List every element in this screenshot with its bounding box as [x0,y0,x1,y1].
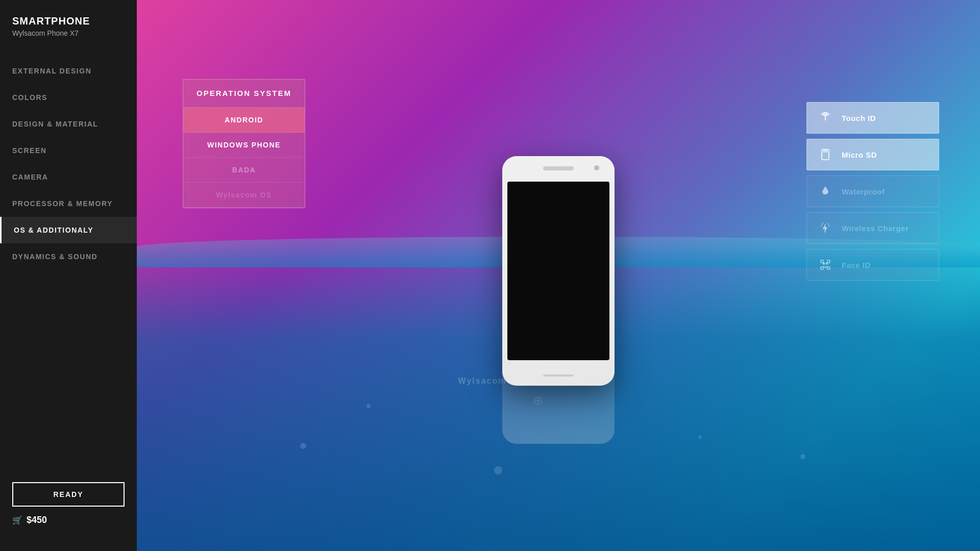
cart-icon: 🛒 [12,515,22,525]
face-scan-icon [817,257,834,273]
bubble [366,404,371,408]
feature-item-touch-id[interactable]: Touch ID [806,102,939,134]
phone-home-bar [543,374,574,377]
svg-rect-7 [827,267,830,269]
svg-rect-4 [821,260,823,263]
features-panel: Touch IDMicro SDWaterproofWireless Charg… [806,102,939,281]
os-option-bada[interactable]: BADA [183,158,305,183]
sidebar-item-os-additionaly[interactable]: OS & ADDITIONALY [0,217,137,243]
price-value: $450 [27,515,47,525]
price-row: 🛒 $450 [12,515,125,525]
os-option-wylsacom-os[interactable]: Wylsacom OS [183,183,305,208]
sidebar-item-screen[interactable]: SCREEN [0,137,137,164]
brand-section: SMARTPHONE Wylsacom Phone X7 [0,15,137,58]
svg-rect-5 [827,260,830,263]
sidebar-footer: READY 🛒 $450 [0,472,137,536]
brand-subtitle: Wylsacom Phone X7 [12,29,125,37]
os-panel-header: OPERATION SYSTEM [183,80,305,108]
feature-label-micro-sd: Micro SD [842,151,877,159]
svg-point-9 [826,263,828,264]
sidebar-nav: EXTERNAL DESIGNCOLORSDESIGN & MATERIALSC… [0,58,137,472]
main-content: OPERATION SYSTEM ANDROIDWINDOWS PHONEBAD… [137,0,980,551]
sidebar-item-dynamics-sound[interactable]: DYNAMICS & SOUND [0,243,137,270]
bubble [494,466,502,474]
sidebar-item-colors[interactable]: COLORS [0,84,137,111]
feature-label-touch-id: Touch ID [842,114,876,122]
feature-item-waterproof[interactable]: Waterproof [806,176,939,207]
phone-camera [594,165,599,170]
sidebar-item-processor-memory[interactable]: PROCESSOR & MEMORY [0,190,137,217]
brand-title: SMARTPHONE [12,15,125,27]
ready-button[interactable]: READY [12,482,125,507]
wireless-charge-icon [817,220,834,236]
fingerprint-icon [817,110,834,126]
sidebar: SMARTPHONE Wylsacom Phone X7 EXTERNAL DE… [0,0,137,551]
svg-rect-6 [821,267,823,269]
water-icon [817,183,834,199]
sidebar-item-design-material[interactable]: DESIGN & MATERIAL [0,111,137,137]
sd-card-icon [817,146,834,163]
bubble [800,454,805,459]
phone-speaker [543,166,574,170]
bubble [698,436,701,439]
os-option-android[interactable]: ANDROID [183,108,305,133]
feature-item-face-id[interactable]: Face ID [806,249,939,281]
os-panel: OPERATION SYSTEM ANDROIDWINDOWS PHONEBAD… [183,79,305,208]
feature-label-waterproof: Waterproof [842,187,885,196]
phone-screen [507,182,609,360]
bubble [300,443,306,449]
sidebar-item-external-design[interactable]: EXTERNAL DESIGN [0,58,137,84]
feature-label-face-id: Face ID [842,261,871,269]
feature-label-wireless-charger: Wireless Charger [842,224,909,233]
svg-point-8 [823,263,825,264]
os-option-windows-phone[interactable]: WINDOWS PHONE [183,133,305,158]
os-panel-title: OPERATION SYSTEM [197,89,291,97]
phone-mockup [502,156,615,386]
sidebar-item-camera[interactable]: CAMERA [0,164,137,190]
feature-item-wireless-charger[interactable]: Wireless Charger [806,212,939,244]
phone-body [502,156,615,386]
feature-item-micro-sd[interactable]: Micro SD [806,139,939,170]
